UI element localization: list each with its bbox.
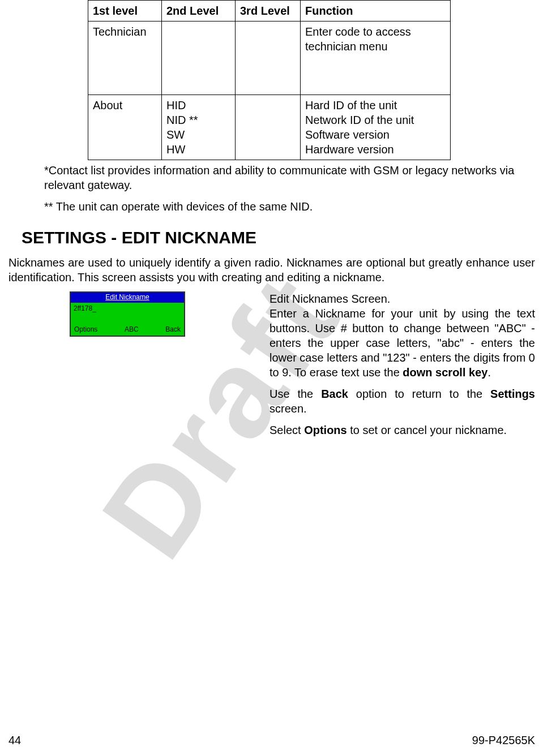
- desc-text: Use the: [269, 388, 321, 400]
- screen-soft-left: Options: [74, 325, 97, 334]
- page-number: 44: [8, 733, 21, 748]
- menu-table: 1st level 2nd Level 3rd Level Function T…: [88, 0, 451, 160]
- table-cell: Enter code to access technician menu: [301, 22, 451, 95]
- screen-value: 2ff178_: [71, 303, 184, 315]
- desc-text: screen.: [269, 402, 307, 415]
- desc-text: .: [487, 366, 491, 379]
- table-header: 2nd Level: [162, 1, 236, 22]
- desc-text: Select: [269, 424, 304, 436]
- screen-soft-right: Back: [165, 325, 181, 334]
- desc-text: to set or cancel your nickname.: [347, 424, 507, 436]
- table-header: 3rd Level: [236, 1, 301, 22]
- intro-paragraph: Nicknames are used to uniquely identify …: [8, 255, 535, 285]
- screen-mockup: Edit Nickname 2ff178_ Options ABC Back: [70, 291, 185, 337]
- document-id: 99-P42565K: [472, 733, 535, 748]
- desc-paragraph: Use the Back option to return to the Set…: [269, 386, 535, 416]
- desc-bold: Back: [321, 388, 348, 400]
- desc-paragraph: Edit Nicknames Screen. Enter a Nickname …: [269, 291, 535, 380]
- table-cell: [162, 22, 236, 95]
- table-row: About HID NID ** SW HW Hard ID of the un…: [88, 95, 451, 160]
- footnote: ** The unit can operate with devices of …: [44, 199, 532, 214]
- desc-bold: Settings: [490, 388, 535, 400]
- desc-bold: Options: [304, 424, 347, 436]
- desc-title: Edit Nicknames Screen.: [269, 293, 390, 305]
- table-header: Function: [301, 1, 451, 22]
- desc-paragraph: Select Options to set or cancel your nic…: [269, 423, 535, 437]
- screen-soft-center: ABC: [125, 325, 139, 334]
- table-row: Technician Enter code to access technici…: [88, 22, 451, 95]
- table-cell: Technician: [88, 22, 162, 95]
- table-cell: HID NID ** SW HW: [162, 95, 236, 160]
- table-cell: Hard ID of the unit Network ID of the un…: [301, 95, 451, 160]
- table-cell: [236, 22, 301, 95]
- table-cell: [236, 95, 301, 160]
- screen-title: Edit Nickname: [71, 293, 184, 303]
- table-header: 1st level: [88, 1, 162, 22]
- footnote: *Contact list provides information and a…: [44, 163, 532, 192]
- desc-text: option to return to the: [348, 388, 490, 400]
- table-cell: About: [88, 95, 162, 160]
- section-heading: SETTINGS - EDIT NICKNAME: [22, 226, 552, 248]
- desc-bold: down scroll key: [403, 366, 487, 379]
